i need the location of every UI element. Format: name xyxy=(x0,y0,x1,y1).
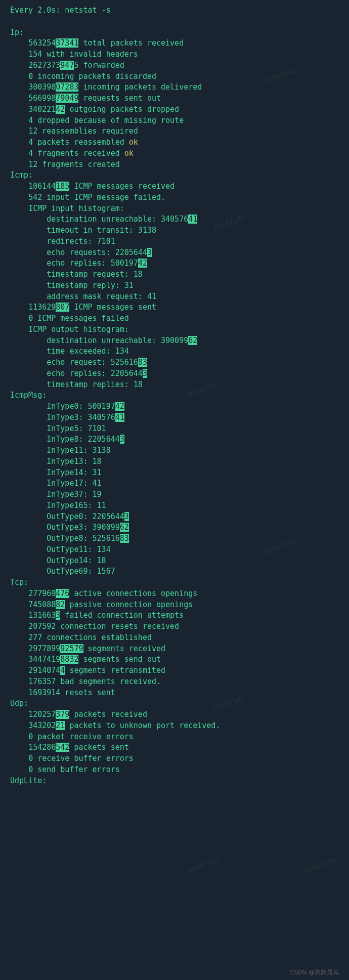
section-icmp: Icmp: xyxy=(10,171,33,180)
section-tcp: Tcp: xyxy=(10,578,28,587)
section-udp: Udp: xyxy=(10,699,28,708)
section-udplite: UdpLite: xyxy=(10,776,47,785)
section-icmpmsg: IcmpMsg: xyxy=(10,391,47,400)
header-line: Every 2.0s: netstat -s xyxy=(10,6,111,15)
section-ip: Ip: xyxy=(10,28,24,37)
terminal-output: Every 2.0s: netstat -s Ip: 56325437341 t… xyxy=(0,0,349,791)
